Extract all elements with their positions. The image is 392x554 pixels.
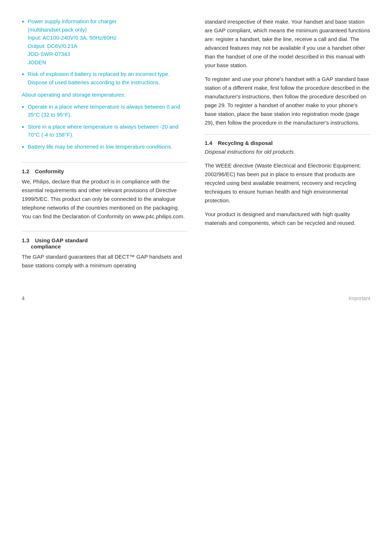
right-column: standard irrespective of their make. You… — [205, 17, 370, 274]
operate-text: Operate in a place where temperature is … — [28, 103, 187, 119]
section-1-3-num: 1.3 — [22, 237, 33, 243]
section-1-2-label: Conformity — [35, 168, 64, 174]
section-1-4-body2: Your product is designed and manufacture… — [205, 210, 370, 227]
section-1-4-num: 1.4 — [205, 140, 216, 146]
right-divider-1 — [205, 134, 370, 135]
list-item-risk-explosion: • Risk of explosion if battery is replac… — [22, 70, 187, 86]
operating-storage-heading: About operating and storage temperatures… — [22, 91, 187, 99]
temp-bullet-list: • Operate in a place where temperature i… — [22, 103, 187, 152]
left-column: • Power supply information for charger (… — [22, 17, 187, 274]
right-para-2: To register and use your phone's handset… — [205, 75, 370, 127]
right-para-1: standard irrespective of their make. You… — [205, 17, 370, 70]
bullet-dot-operate: • — [22, 103, 24, 119]
power-supply-text: Power supply information for charger (mu… — [28, 17, 117, 66]
section-1-4-label: Recycling & disposal — [218, 140, 273, 146]
section-1-3-body: The GAP standard guarantees that all DEC… — [22, 252, 187, 270]
bullet-dot-1: • — [22, 17, 24, 66]
bullet-dot-store: • — [22, 123, 24, 139]
list-item-operate: • Operate in a place where temperature i… — [22, 103, 187, 119]
risk-explosion-text: Risk of explosion if battery is replaced… — [28, 70, 170, 86]
page-number: 4 — [22, 295, 25, 301]
main-bullet-list: • Power supply information for charger (… — [22, 17, 187, 86]
section-1-3-title: 1.3 Using GAP standard compliance — [22, 237, 187, 250]
page-footer: 4 Important — [22, 295, 370, 301]
bullet-dot-battery: • — [22, 143, 24, 152]
list-item-power-supply: • Power supply information for charger (… — [22, 17, 187, 66]
store-text: Store in a place where temperature is al… — [28, 123, 187, 139]
bullet-dot-2: • — [22, 70, 24, 86]
list-item-battery: • Battery life may be shortened in low t… — [22, 143, 187, 152]
footer-label: Important — [349, 295, 370, 301]
section-1-2-body: We, Philips, declare that the product is… — [22, 177, 187, 221]
battery-text: Battery life may be shortened in low tem… — [28, 143, 172, 152]
section-1-2: 1.2 Conformity We, Philips, declare that… — [22, 162, 187, 221]
section-1-4-title: 1.4 Recycling & disposal — [205, 140, 370, 146]
section-1-2-title: 1.2 Conformity — [22, 168, 187, 174]
section-1-2-num: 1.2 — [22, 168, 33, 174]
section-1-4-body1: The WEEE directive (Waste Electrical and… — [205, 161, 370, 205]
section-1-3: 1.3 Using GAP standard compliance The GA… — [22, 231, 187, 270]
list-item-store: • Store in a place where temperature is … — [22, 123, 187, 139]
section-1-4-subtitle: Disposal instructions for old products. — [205, 147, 370, 156]
